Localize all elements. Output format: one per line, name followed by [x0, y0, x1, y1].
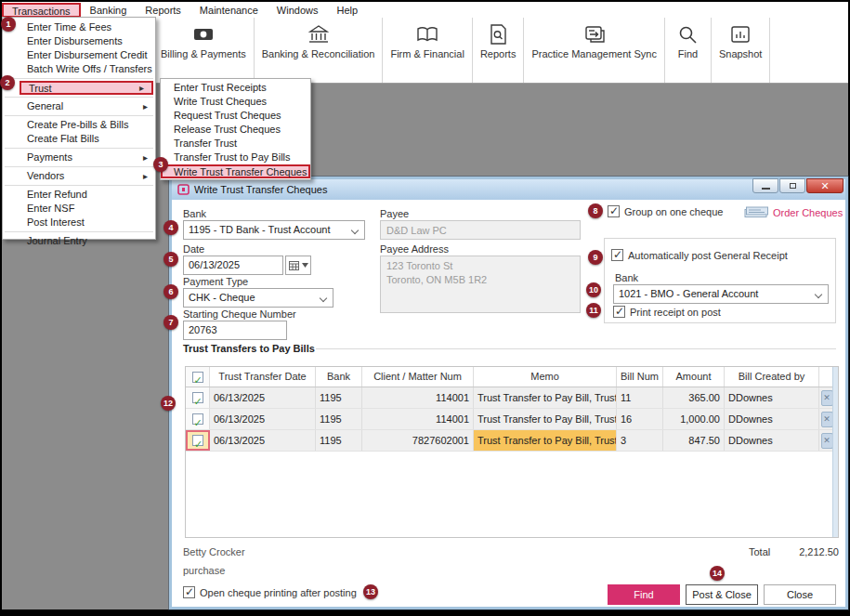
menu-item-trust[interactable]: Trust [20, 81, 153, 95]
menu-item-create-prebills-bills[interactable]: Create Pre-bills & Bills [3, 118, 155, 132]
annotation-badge-11: 11 [586, 303, 601, 318]
menu-bar: Transactions Banking Reports Maintenance… [2, 2, 848, 18]
toolbar-button-label: Reports [480, 48, 517, 59]
row-checkbox[interactable] [186, 430, 210, 451]
checkbox-icon [192, 372, 203, 383]
cell-client-matter-num: 114001 [362, 387, 474, 408]
dialog-title: Write Trust Transfer Cheques [194, 184, 327, 195]
toolbar-billing-payments-button[interactable]: Billing & Payments [152, 18, 255, 83]
close-window-button[interactable]: ✕ [806, 178, 843, 193]
column-header-memo[interactable]: Memo [474, 367, 617, 387]
menu-item-enter-disbursements[interactable]: Enter Disbursements [3, 34, 155, 48]
annotation-badge-3: 3 [153, 157, 168, 172]
annotation-badge-6: 6 [163, 284, 178, 299]
menu-reports[interactable]: Reports [136, 3, 190, 18]
menu-item-enter-nsf[interactable]: Enter NSF [3, 202, 155, 216]
column-header-bill-created-by[interactable]: Bill Created by [725, 367, 819, 387]
row-checkbox[interactable] [186, 387, 210, 408]
column-header-amount[interactable]: Amount [663, 367, 725, 387]
sync-document-icon [583, 23, 606, 46]
open-book-icon [416, 23, 438, 46]
bank-select[interactable]: 1195 - TD Bank - Trust Account [183, 220, 365, 240]
menu-item-post-interest[interactable]: Post Interest [3, 216, 155, 229]
menu-item-general[interactable]: General [3, 99, 155, 113]
auto-post-general-receipt-checkbox[interactable]: Automatically post General Receipt [611, 249, 788, 261]
toolbar-snapshot-button[interactable]: Snapshot [712, 18, 770, 83]
payee-address-line2: Toronto, ON M5B 1R2 [386, 273, 574, 287]
menu-item-enter-refund[interactable]: Enter Refund [3, 188, 155, 202]
date-picker-button[interactable] [285, 256, 311, 275]
annotation-badge-10: 10 [586, 282, 601, 297]
column-header-trust-transfer-date[interactable]: Trust Transfer Date [210, 367, 316, 387]
submenu-item-write-trust-transfer-cheques[interactable]: Write Trust Transfer Cheques [161, 164, 310, 178]
table-scrollbar[interactable] [832, 367, 838, 537]
menu-item-batch-write-offs[interactable]: Batch Write Offs / Transfers [3, 62, 155, 76]
checkbox-icon [192, 392, 203, 403]
calendar-icon [289, 260, 299, 270]
column-header-bank[interactable]: Bank [316, 367, 362, 387]
select-all-checkbox[interactable] [186, 367, 210, 387]
payment-type-label: Payment Type [183, 276, 248, 287]
menu-item-vendors[interactable]: Vendors [3, 169, 155, 183]
checkbox-icon [613, 306, 625, 318]
menu-item-journal-entry[interactable]: Journal Entry [3, 234, 155, 248]
post-and-close-button[interactable]: Post & Close [686, 584, 758, 605]
dialog-title-bar[interactable]: Write Trust Transfer Cheques ✕ [172, 179, 845, 200]
starting-cheque-number-input[interactable]: 20763 [183, 321, 287, 340]
toolbar-find-button[interactable]: Find [665, 18, 712, 83]
payee-address-field: 123 Toronto St Toronto, ON M5B 1R2 [380, 256, 581, 313]
date-input[interactable]: 06/13/2025 [183, 256, 283, 275]
toolbar-firm-financial-button[interactable]: Firm & Financial [383, 18, 472, 83]
menu-separator [5, 231, 153, 232]
minimize-button[interactable] [752, 178, 778, 193]
submenu-item-request-trust-cheques[interactable]: Request Trust Cheques [161, 109, 310, 123]
submenu-item-write-trust-cheques[interactable]: Write Trust Cheques [161, 95, 310, 109]
submenu-item-release-trust-cheques[interactable]: Release Trust Cheques [161, 123, 310, 137]
payee-address-line1: 123 Toronto St [386, 259, 574, 273]
annotation-badge-14: 14 [710, 566, 725, 581]
cell-trust-transfer-date: 06/13/2025 [210, 409, 316, 429]
row-checkbox[interactable] [186, 409, 210, 429]
toolbar-practice-management-sync-button[interactable]: Practice Management Sync [524, 18, 665, 83]
table-row[interactable]: 06/13/2025 1195 114001 Trust Transfer to… [186, 409, 838, 430]
starting-cheque-number-label: Starting Cheque Number [183, 308, 296, 320]
table-row[interactable]: 06/13/2025 1195 114001 Trust Transfer to… [186, 387, 838, 409]
menu-item-create-flat-bills[interactable]: Create Flat Bills [3, 132, 155, 146]
column-header-bill-num[interactable]: Bill Num [617, 367, 663, 387]
payment-type-select[interactable]: CHK - Cheque [183, 288, 333, 308]
toolbar-reports-button[interactable]: Reports [473, 18, 525, 83]
cell-amount: 847.50 [663, 430, 725, 451]
general-bank-select[interactable]: 1021 - BMO - General Account [613, 284, 829, 304]
toolbar-banking-reconciliation-button[interactable]: Banking & Reconciliation [255, 18, 384, 83]
menu-maintenance[interactable]: Maintenance [190, 3, 268, 18]
table-row[interactable]: 06/13/2025 1195 7827602001 Trust Transfe… [186, 430, 838, 452]
menu-item-enter-time-fees[interactable]: Enter Time & Fees [3, 20, 155, 34]
menu-item-payments[interactable]: Payments [3, 151, 155, 164]
submenu-item-transfer-trust[interactable]: Transfer Trust [161, 137, 310, 151]
close-button[interactable]: Close [764, 584, 836, 605]
maximize-button[interactable] [779, 178, 805, 193]
cell-bill-created-by: DDownes [725, 430, 819, 451]
bar-chart-icon [729, 23, 752, 46]
submenu-item-transfer-trust-to-pay-bills[interactable]: Transfer Trust to Pay Bills [161, 151, 310, 164]
dialog-body: Bank 1195 - TD Bank - Trust Account Date… [172, 200, 845, 607]
find-button[interactable]: Find [608, 584, 680, 605]
delete-icon: ✕ [821, 390, 833, 406]
menu-windows[interactable]: Windows [268, 3, 328, 18]
minimize-icon [762, 188, 770, 190]
menu-help[interactable]: Help [327, 3, 367, 18]
menu-banking[interactable]: Banking [81, 3, 137, 18]
banknote-icon [192, 23, 215, 46]
column-header-client-matter-num[interactable]: Client / Matter Num [362, 367, 474, 387]
cell-amount: 1,000.00 [663, 409, 725, 429]
order-cheques-link[interactable]: Order Cheques [744, 206, 843, 218]
open-cheque-printing-checkbox[interactable]: Open cheque printing after posting [183, 586, 357, 598]
date-label: Date [183, 243, 204, 255]
report-document-icon [487, 23, 509, 46]
menu-item-enter-disbursement-credit[interactable]: Enter Disbursement Credit [3, 48, 155, 62]
print-receipt-on-post-checkbox[interactable]: Print receipt on post [613, 306, 721, 318]
submenu-item-enter-trust-receipts[interactable]: Enter Trust Receipts [161, 81, 310, 95]
group-on-one-cheque-checkbox[interactable]: Group on one cheque [608, 205, 723, 217]
total-value: 2,212.50 [776, 546, 839, 557]
menu-transactions[interactable]: Transactions [2, 3, 81, 18]
